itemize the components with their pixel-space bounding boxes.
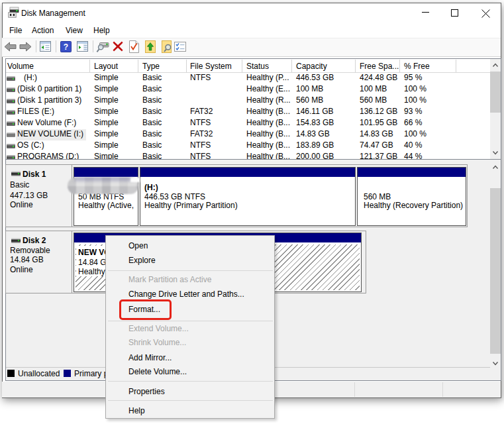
svg-text:?: ?	[64, 42, 68, 52]
